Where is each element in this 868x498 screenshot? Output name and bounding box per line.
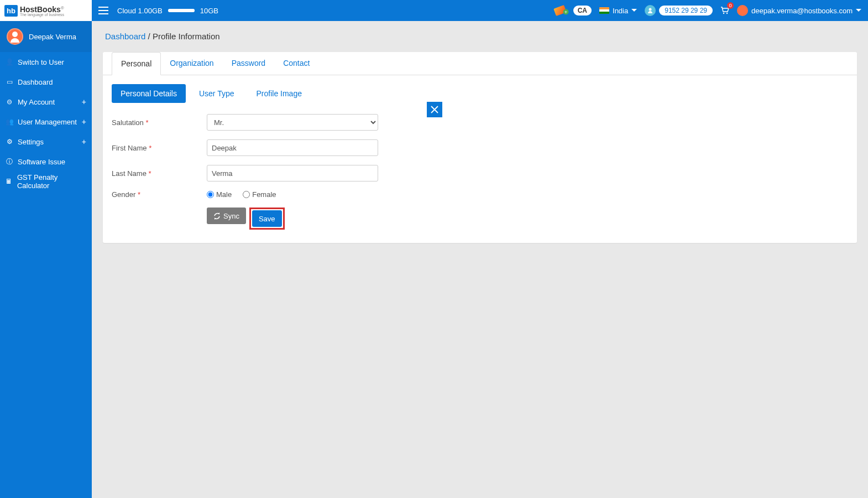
plus-icon[interactable]: + xyxy=(82,97,86,106)
nav-icon: ⊖ xyxy=(6,98,13,106)
ca-badge[interactable]: CA xyxy=(573,6,592,15)
sidebar-item-label: Settings xyxy=(18,138,44,146)
svg-point-0 xyxy=(649,8,652,11)
save-button[interactable]: Save xyxy=(252,210,282,227)
main-tabs: PersonalOrganizationPasswordContact xyxy=(103,52,857,75)
sidebar-item-software-issue[interactable]: ⓘSoftware Issue xyxy=(0,152,92,172)
logo-badge: hb xyxy=(4,5,18,17)
content-area: Dashboard / Profile Information Personal… xyxy=(92,21,868,498)
menu-icon[interactable] xyxy=(98,7,108,14)
close-icon xyxy=(431,106,438,113)
logo[interactable]: hb HostBooks® The language of business xyxy=(0,0,92,21)
plus-icon[interactable]: + xyxy=(82,117,86,126)
sidebar-item-label: User Management xyxy=(18,118,77,126)
cloud-storage: Cloud 1.00GB 10GB xyxy=(117,7,218,15)
svg-point-2 xyxy=(726,13,728,14)
salutation-select[interactable]: Mr. xyxy=(207,114,378,131)
sidebar-item-label: Switch to User xyxy=(18,58,64,66)
sidebar-item-settings[interactable]: ⚙Settings+ xyxy=(0,132,92,152)
gender-male-radio[interactable] xyxy=(207,191,214,198)
tab-contact[interactable]: Contact xyxy=(274,52,318,75)
last-name-label: Last Name xyxy=(112,169,147,178)
gender-female-option[interactable]: Female xyxy=(243,190,276,199)
nav-icon: 👥 xyxy=(6,118,13,126)
tab-organization[interactable]: Organization xyxy=(161,52,222,75)
nav-icon: 👤 xyxy=(6,58,13,66)
tab-password[interactable]: Password xyxy=(223,52,274,75)
avatar-icon xyxy=(737,5,748,16)
sidebar-item-label: Software Issue xyxy=(18,158,65,166)
tab-personal[interactable]: Personal xyxy=(112,52,161,75)
personal-details-form: Salutation * Mr. First Name * Last Name … xyxy=(103,103,857,243)
sidebar-item-label: Dashboard xyxy=(18,78,53,86)
support-icon xyxy=(645,5,656,16)
cart-icon[interactable]: 0 xyxy=(720,7,729,14)
cart-badge: 0 xyxy=(727,2,734,9)
flag-icon xyxy=(599,7,609,14)
close-button[interactable] xyxy=(427,102,442,117)
first-name-input[interactable] xyxy=(207,139,378,156)
storage-bar xyxy=(168,9,195,12)
subtab-profile-image[interactable]: Profile Image xyxy=(247,84,310,103)
salutation-label: Salutation xyxy=(112,118,144,127)
chevron-down-icon xyxy=(631,9,637,12)
sync-icon xyxy=(213,212,221,220)
last-name-input[interactable] xyxy=(207,165,378,181)
subtab-personal-details[interactable]: Personal Details xyxy=(112,84,186,103)
gender-label: Gender xyxy=(112,190,135,199)
gender-male-option[interactable]: Male xyxy=(207,190,232,199)
plus-icon[interactable]: + xyxy=(82,137,86,146)
sync-button[interactable]: Sync xyxy=(207,208,246,224)
sidebar-item-label: My Account xyxy=(18,98,55,106)
top-header: hb HostBooks® The language of business C… xyxy=(0,0,868,21)
first-name-label: First Name xyxy=(112,144,147,152)
sidebar-item-label: GST Penalty Calculator xyxy=(17,173,86,190)
profile-card: PersonalOrganizationPasswordContact Pers… xyxy=(103,52,857,243)
subtab-user-type[interactable]: User Type xyxy=(190,84,243,103)
nav-icon: 🖩 xyxy=(6,178,13,185)
breadcrumb: Dashboard / Profile Information xyxy=(103,29,857,46)
sidebar-user-name: Deepak Verma xyxy=(29,33,76,41)
support-phone[interactable]: 9152 29 29 29 xyxy=(645,5,713,16)
gender-female-radio[interactable] xyxy=(243,191,250,198)
logo-tagline: The language of business xyxy=(20,13,64,17)
cloud-used: Cloud 1.00GB xyxy=(117,7,163,15)
nav-icon: ▭ xyxy=(6,78,13,86)
sub-tabs: Personal DetailsUser TypeProfile Image xyxy=(103,75,857,103)
sidebar-user[interactable]: Deepak Verma xyxy=(0,21,92,52)
nav-icon: ⓘ xyxy=(6,157,13,167)
svg-point-1 xyxy=(723,13,724,14)
country-selector[interactable]: India xyxy=(599,7,637,15)
sidebar-item-switch-to-user[interactable]: 👤Switch to User xyxy=(0,52,92,72)
sidebar-item-user-management[interactable]: 👥User Management+ xyxy=(0,112,92,132)
sidebar: Deepak Verma 👤Switch to User▭Dashboard⊖M… xyxy=(0,21,92,498)
save-highlight: Save xyxy=(249,208,285,230)
sidebar-item-gst-penalty-calculator[interactable]: 🖩GST Penalty Calculator xyxy=(0,172,92,191)
nav-icon: ⚙ xyxy=(6,138,13,146)
breadcrumb-root[interactable]: Dashboard xyxy=(105,32,145,41)
sidebar-item-dashboard[interactable]: ▭Dashboard xyxy=(0,72,92,92)
breadcrumb-current: Profile Information xyxy=(153,32,220,41)
cloud-total: 10GB xyxy=(200,7,218,15)
ticket-icon[interactable]: + xyxy=(553,5,567,16)
user-menu[interactable]: deepak.verma@hostbooks.com xyxy=(737,5,861,16)
avatar-icon xyxy=(7,28,23,45)
chevron-down-icon xyxy=(856,9,861,12)
sidebar-item-my-account[interactable]: ⊖My Account+ xyxy=(0,92,92,112)
